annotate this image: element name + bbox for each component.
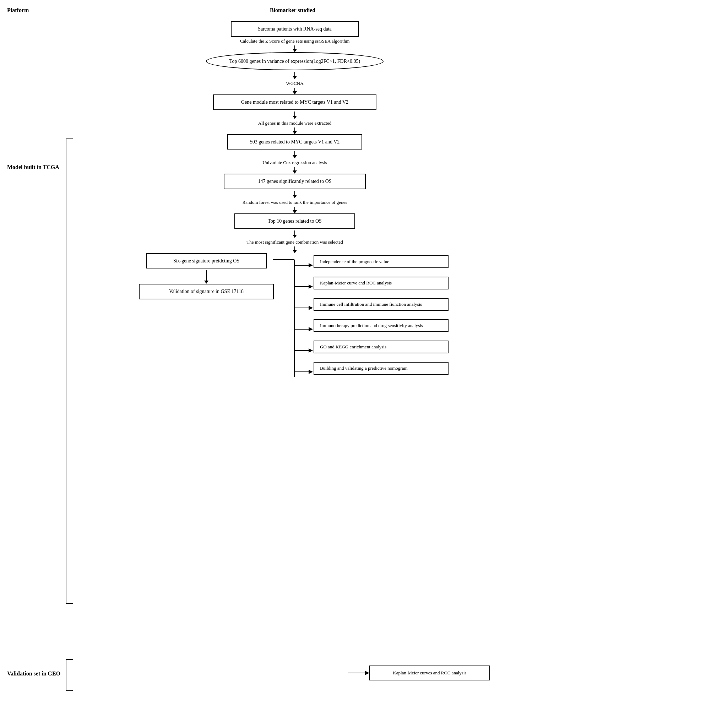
box-km-roc-val: Kaplan-Meier curves and ROC analysis: [369, 666, 490, 680]
arrow-3b: [293, 127, 297, 134]
box-sarcoma: Sarcoma patients with RNA-seq data: [231, 21, 359, 37]
arrow-1: [293, 45, 297, 52]
svg-marker-3: [309, 263, 313, 267]
branch-km-roc: Kaplan-Meier curve and ROC analysis: [313, 277, 449, 289]
svg-marker-9: [309, 327, 313, 331]
box-147genes: 147 genes significantly related to OS: [224, 174, 366, 189]
box-validation: Validation of signature in GSE 17118: [139, 284, 274, 299]
svg-marker-7: [309, 306, 313, 310]
branch-box-6: Building and validating a predictive nom…: [313, 362, 449, 375]
branch-immune: Immune cell infiltration and immune fiun…: [313, 298, 449, 311]
branches-col: Independence of the prognostic value Kap…: [274, 251, 451, 386]
arrow-5b: [293, 207, 297, 214]
branch-box-1: Independence of the prognostic value: [313, 256, 449, 268]
arrow-label-1: Calculate the Z Score of gene sets using…: [240, 37, 350, 45]
val-arrow: [348, 670, 369, 677]
arrow-6: [293, 231, 297, 238]
six-gene-col: Six-gene signature preidcting OS Validat…: [139, 253, 274, 299]
model-label: Model built in TCGA: [7, 163, 64, 171]
box-503genes: 503 genes related to MYC targets V1 and …: [227, 134, 362, 150]
arrow-7: [204, 270, 208, 284]
arrow-label-4: Univariate Cox regression analysis: [263, 158, 327, 167]
arrow-3: [293, 111, 297, 119]
branch-go-kegg: GO and KEGG enrichment analysis: [313, 341, 449, 353]
arrow-4b: [293, 167, 297, 174]
validation-label: Validation set in GEO: [7, 670, 64, 678]
svg-marker-15: [365, 671, 369, 675]
page-container: Platform Biomarker studied Model built i…: [0, 0, 728, 706]
branch-independence: Independence of the prognostic value: [313, 256, 449, 268]
arrow-2: [293, 72, 297, 79]
svg-marker-11: [309, 348, 313, 353]
svg-marker-5: [309, 284, 313, 289]
arrow-label-3: All genes in this module were extracted: [258, 119, 332, 127]
arrow-label-5: Random forest was used to rank the impor…: [243, 198, 347, 207]
branch-box-2: Kaplan-Meier curve and ROC analysis: [313, 277, 449, 289]
box-top10: Top 10 genes related to OS: [234, 214, 355, 229]
box-gene-module: Gene module most related to MYC targets …: [213, 94, 376, 110]
ellipse-top6000: Top 6000 genes in variance of expression…: [206, 52, 384, 71]
six-gene-section: Six-gene signature preidcting OS Validat…: [139, 253, 451, 386]
model-bracket: [66, 139, 73, 604]
validation-bracket: [66, 659, 73, 691]
branch-box-3: Immune cell infiltration and immune fiun…: [313, 298, 449, 311]
arrow-4: [293, 151, 297, 158]
arrow-2b: [293, 88, 297, 94]
main-flow: Sarcoma patients with RNA-seq data Calcu…: [192, 21, 398, 386]
branch-immunotherapy: Immunotherapy prediction and drug sensit…: [313, 319, 449, 332]
svg-marker-13: [309, 370, 313, 374]
platform-label: Platform: [7, 7, 29, 13]
arrow-5: [293, 191, 297, 198]
validation-km-section: Kaplan-Meier curves and ROC analysis: [348, 666, 490, 680]
biomarker-label: Biomarker studied: [270, 7, 315, 13]
branch-box-4: Immunotherapy prediction and drug sensit…: [313, 319, 449, 332]
arrow-label-2: WGCNA: [286, 79, 303, 88]
branch-box-5: GO and KEGG enrichment analysis: [313, 341, 449, 353]
branch-nomogram: Building and validating a predictive nom…: [313, 362, 449, 375]
arrow-label-6: The most significant gene combination wa…: [247, 238, 343, 247]
box-sixgene: Six-gene signature preidcting OS: [146, 253, 267, 269]
